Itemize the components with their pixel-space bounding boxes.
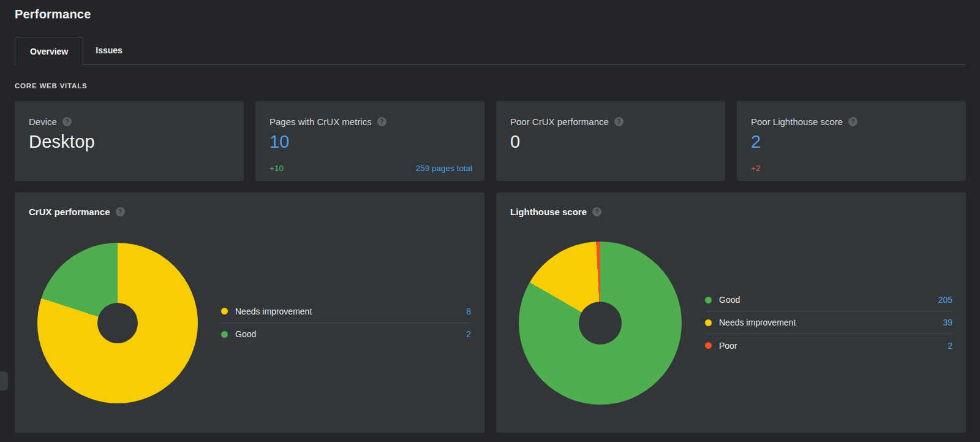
pages-total-link[interactable]: 259 pages total (416, 164, 472, 173)
legend-dot (221, 331, 228, 338)
crux-performance-donut-chart (37, 243, 198, 403)
page-title: Performance (15, 0, 966, 21)
tab-issues[interactable]: Issues (83, 36, 135, 64)
help-icon[interactable]: ? (848, 117, 858, 126)
legend-label: Needs improvement (235, 307, 466, 316)
crux-performance-legend: Needs improvement8Good2 (221, 300, 471, 346)
stat-card-poor-lighthouse-score: Poor Lighthouse score ? 2 +2 (737, 101, 966, 181)
help-icon[interactable]: ? (592, 207, 601, 216)
stat-value-poor-crux-performance: 0 (510, 132, 713, 152)
legend-label: Poor (719, 341, 948, 351)
tab-overview[interactable]: Overview (15, 37, 83, 65)
stat-value-pages-with-crux-metrics: 10 (270, 132, 472, 152)
stat-delta-pages-with-crux-metrics: +10 (270, 164, 284, 173)
legend-row[interactable]: Needs improvement8 (221, 300, 471, 323)
legend-value[interactable]: 2 (466, 329, 471, 339)
legend-row[interactable]: Poor2 (705, 334, 952, 357)
section-label-core-web-vitals: CORE WEB VITALS (15, 82, 966, 90)
chart-title-crux-performance: CrUX performance (29, 207, 110, 217)
stat-label-poor-crux-performance: Poor CrUX performance (510, 116, 609, 127)
donut-hole (579, 302, 622, 345)
help-icon[interactable]: ? (62, 117, 72, 126)
stat-label-device: Device (29, 116, 57, 127)
legend-row[interactable]: Needs improvement39 (705, 311, 952, 334)
lighthouse-score-donut-chart (519, 242, 682, 405)
stat-delta-poor-lighthouse-score: +2 (751, 164, 760, 173)
legend-value[interactable]: 205 (938, 295, 952, 305)
stat-card-pages-with-crux-metrics: Pages with CrUX metrics ? 10 +10 259 pag… (255, 101, 484, 181)
chart-card-crux-performance: CrUX performance ? Needs improvement8Goo… (15, 192, 484, 433)
stat-label-poor-lighthouse-score: Poor Lighthouse score (751, 116, 843, 127)
chart-card-row: CrUX performance ? Needs improvement8Goo… (15, 192, 966, 433)
help-icon[interactable]: ? (377, 117, 386, 126)
left-scroll-handle[interactable] (0, 372, 8, 391)
donut-hole (97, 303, 138, 343)
stat-card-row: Device ? Desktop Pages with CrUX metrics… (15, 101, 966, 181)
stat-value-poor-lighthouse-score: 2 (751, 132, 954, 152)
tab-bar: Overview Issues (15, 36, 966, 65)
stat-label-pages-with-crux-metrics: Pages with CrUX metrics (270, 116, 372, 127)
legend-label: Good (719, 295, 938, 305)
legend-value[interactable]: 39 (943, 318, 952, 327)
legend-dot (221, 308, 228, 314)
performance-page: Performance Overview Issues CORE WEB VIT… (0, 0, 980, 433)
chart-title-lighthouse-score: Lighthouse score (510, 207, 587, 217)
legend-label: Good (235, 329, 466, 339)
legend-label: Needs improvement (719, 318, 943, 327)
legend-row[interactable]: Good2 (221, 323, 471, 346)
tab-issues-label: Issues (96, 45, 123, 55)
legend-dot (705, 297, 712, 303)
help-icon[interactable]: ? (116, 207, 125, 216)
legend-value[interactable]: 2 (948, 341, 952, 351)
legend-value[interactable]: 8 (466, 307, 471, 316)
chart-card-lighthouse-score: Lighthouse score ? Good205Needs improvem… (496, 192, 966, 433)
stat-card-device: Device ? Desktop (15, 101, 244, 181)
tab-overview-label: Overview (30, 47, 68, 56)
help-icon[interactable]: ? (614, 117, 624, 126)
legend-row[interactable]: Good205 (705, 289, 952, 311)
stat-value-device: Desktop (29, 132, 232, 152)
legend-dot (705, 319, 712, 326)
lighthouse-score-legend: Good205Needs improvement39Poor2 (705, 289, 952, 357)
stat-card-poor-crux-performance: Poor CrUX performance ? 0 (496, 101, 725, 181)
legend-dot (705, 342, 712, 349)
